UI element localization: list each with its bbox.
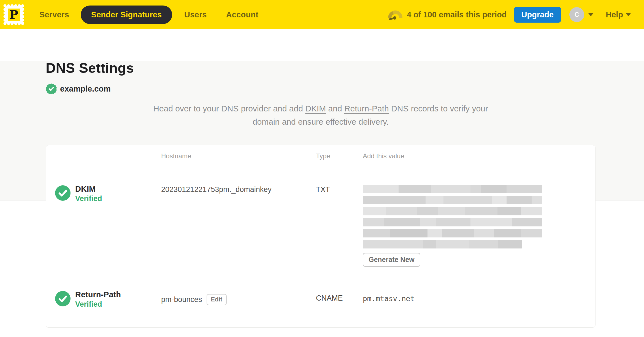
gauge-icon [388,7,403,22]
return-path-link[interactable]: Return-Path [344,104,389,113]
dkim-link[interactable]: DKIM [305,104,326,113]
return-path-type: CNAME [316,278,363,327]
header-value: Add this value [363,152,595,160]
help-label: Help [606,10,623,19]
domain-name: example.com [60,84,111,93]
dkim-status-cell: DKIM Verified [46,167,161,278]
main-content: DNS Settings example.com Head over to yo… [0,61,644,337]
description-text: and [326,104,344,113]
description-text: Head over to your DNS provider and add [153,104,305,113]
chevron-down-icon [588,13,594,16]
redacted-bar [363,218,542,226]
redacted-bar [363,196,542,204]
dkim-type: TXT [316,167,363,278]
dns-records-card: Hostname Type Add this value DKIM Verifi [46,145,596,328]
dkim-hostname: 20230121221753pm._domainkey [161,167,316,278]
return-path-hostname: pm-bounces [161,295,202,304]
record-name: DKIM [75,184,102,194]
edit-button[interactable]: Edit [207,294,227,305]
verified-seal-icon [46,83,57,94]
help-menu[interactable]: Help [606,10,631,19]
redacted-bar [363,229,542,237]
top-navigation: P Servers Sender Signatures Users Accoun… [0,0,644,29]
page-title: DNS Settings [46,61,644,76]
logo-letter: P [9,8,18,22]
redacted-bar [363,207,542,215]
chevron-down-icon [626,13,631,16]
status-badge: Verified [75,194,102,203]
avatar[interactable]: C [569,7,584,22]
status-badge: Verified [75,300,121,309]
check-circle-icon [55,291,71,306]
generate-new-button[interactable]: Generate New [363,253,420,267]
upgrade-button[interactable]: Upgrade [514,7,561,23]
redacted-bar [363,185,542,193]
postmark-logo[interactable]: P [3,4,25,26]
account-menu[interactable]: C [569,7,594,22]
page-description: Head over to your DNS provider and add D… [46,102,596,129]
nav-item-users[interactable]: Users [184,10,207,19]
nav-right-group: 4 of 100 emails this period Upgrade C He… [388,7,636,23]
nav-item-account[interactable]: Account [226,10,258,19]
dkim-value-cell: Generate New [363,167,595,278]
return-path-value-cell: pm.mtasv.net [363,278,595,327]
check-circle-icon [55,185,71,201]
table-header: Hostname Type Add this value [46,145,595,167]
header-type: Type [316,152,363,160]
domain-row: example.com [46,83,644,94]
redacted-bar [363,240,522,248]
usage-meter: 4 of 100 emails this period [388,7,507,22]
usage-text: 4 of 100 emails this period [407,10,507,19]
nav-item-sender-signatures[interactable]: Sender Signatures [81,6,172,24]
table-row-return-path: Return-Path Verified pm-bouncesEdit CNAM… [46,278,595,327]
redacted-dkim-value [363,185,542,248]
table-row-dkim: DKIM Verified 20230121221753pm._domainke… [46,167,595,278]
return-path-status-cell: Return-Path Verified [46,278,161,327]
return-path-value: pm.mtasv.net [363,295,415,303]
record-name: Return-Path [75,290,121,299]
header-hostname: Hostname [161,152,316,160]
nav-item-servers[interactable]: Servers [39,10,69,19]
return-path-hostname-cell: pm-bouncesEdit [161,278,316,327]
